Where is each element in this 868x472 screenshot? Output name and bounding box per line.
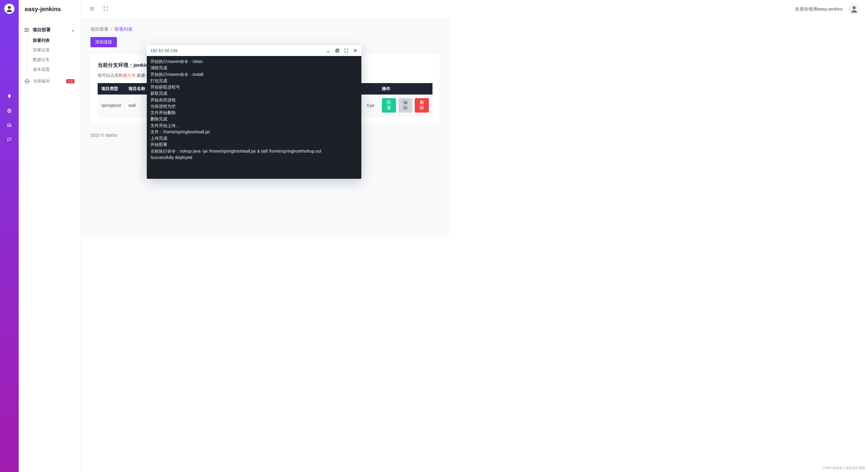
terminal-line: 当前进程为空 (150, 103, 358, 109)
terminal-line: 开始获取进程号 (150, 84, 358, 90)
terminal-line: 获取完成 (150, 90, 358, 97)
terminal-line: 打包完成 (150, 78, 358, 84)
sidebar: easy-jenkins 项目部署 ⌄ 部署列表 部署记录 数据分支 基本设置 … (19, 0, 81, 236)
inbox-icon[interactable] (4, 121, 14, 130)
fullscreen-icon[interactable] (103, 6, 108, 12)
svg-point-0 (8, 6, 11, 9)
deploy-button[interactable]: 部署 (382, 98, 396, 112)
col-type: 项目类型 (98, 83, 125, 95)
data-branch-link[interactable]: 数据分支 (119, 73, 135, 78)
breadcrumb-separator: / (111, 27, 112, 32)
rocket-icon[interactable] (4, 92, 14, 101)
terminal-line: 开始杀死进程 (150, 97, 358, 103)
terminal-line: 上传完成 (150, 135, 358, 141)
add-connection-button[interactable]: 添加连接 (90, 37, 117, 47)
terminal-host: 182.61.59.139 (150, 48, 178, 53)
col-action: 操作 (378, 83, 433, 95)
terminal-window: 182.61.59.139 开始执行maven命令：clean清除完成开始执行m… (147, 45, 361, 179)
terminal-line: 开始执行maven命令：clean (150, 58, 358, 65)
restore-icon[interactable] (335, 48, 340, 53)
nav-sub-list: 部署列表 部署记录 数据分支 基本设置 (27, 36, 74, 74)
breadcrumb-current: 部署列表 (115, 27, 133, 32)
breadcrumb-root[interactable]: 项目部署 (90, 27, 108, 32)
globe-rail-icon[interactable] (4, 106, 14, 115)
maximize-icon[interactable] (344, 48, 349, 53)
chevron-down-icon: ⌄ (71, 28, 74, 32)
rail-avatar[interactable] (4, 4, 14, 14)
terminal-line: 文件开始删除 (150, 109, 358, 116)
cell-file: ll.jar (360, 95, 378, 116)
nav-item-deploy-list[interactable]: 部署列表 (27, 36, 74, 45)
version-badge: 1.0 (66, 79, 74, 83)
svg-rect-10 (336, 50, 338, 52)
nav-group-deploy[interactable]: 项目部署 ⌄ (25, 24, 74, 36)
grid-icon (25, 28, 29, 32)
globe-icon (25, 79, 30, 84)
cell-type: springboot (98, 95, 125, 116)
svg-rect-9 (336, 49, 339, 52)
delete-button[interactable]: 删除 (415, 98, 429, 112)
terminal-line: 删除完成 (150, 116, 358, 122)
app-title: easy-jenkins (19, 0, 81, 18)
menu-toggle-icon[interactable] (89, 6, 95, 12)
nav-item-settings[interactable]: 基本设置 (27, 65, 74, 74)
nav-item-data-branch[interactable]: 数据分支 (27, 55, 74, 65)
nav-version[interactable]: 当前版本 1.0 (19, 74, 81, 88)
terminal-line: 文件：/home/springboot/wall.jar (150, 129, 358, 135)
terminal-line: 当前执行命令：nohup java -jar /home/springboot/… (150, 148, 358, 155)
terminal-line: 文件开始上传... (150, 123, 358, 129)
topbar: 欢迎你使用easy-jenkins (81, 0, 450, 18)
version-label: 当前版本 (33, 78, 50, 84)
terminal-line: Successfully deployed (150, 155, 358, 161)
nav-group-label: 项目部署 (33, 27, 51, 33)
nav-item-deploy-history[interactable]: 部署记录 (27, 45, 74, 55)
terminal-body[interactable]: 开始执行maven命令：clean清除完成开始执行maven命令：install… (147, 56, 361, 179)
terminal-line: 开始执行maven命令：install (150, 71, 358, 78)
chat-icon[interactable] (4, 135, 14, 144)
icon-rail (0, 0, 19, 236)
minimize-icon[interactable] (326, 48, 331, 53)
breadcrumb: 项目部署 / 部署列表 (90, 27, 440, 32)
terminal-header[interactable]: 182.61.59.139 (147, 45, 361, 56)
edit-button[interactable]: 编辑 (398, 98, 412, 112)
terminal-line: 清除完成 (150, 65, 358, 71)
close-icon[interactable] (353, 48, 358, 53)
terminal-line: 开始部署 (150, 141, 358, 148)
